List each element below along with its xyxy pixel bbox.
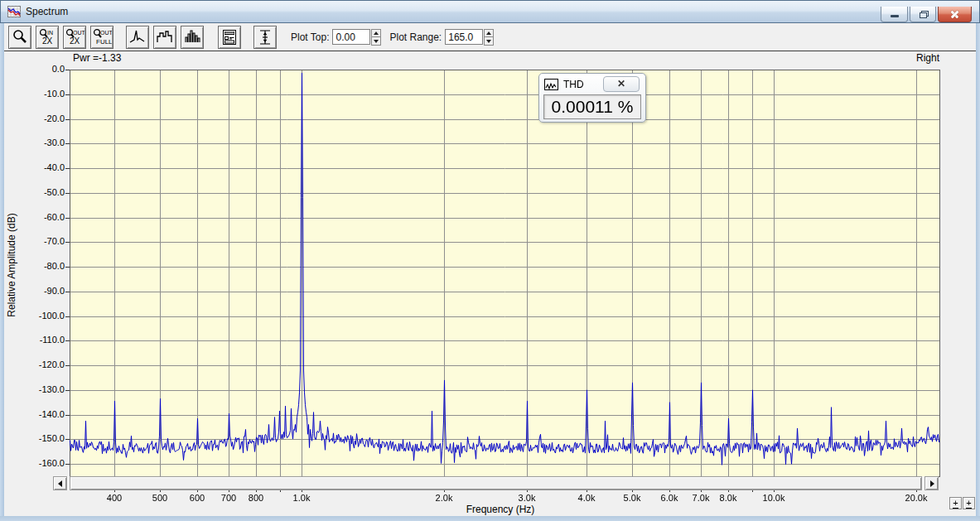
plot-range-spinner[interactable] [484,29,494,46]
spin-down-icon [486,40,491,43]
minimize-button[interactable] [881,7,908,22]
fit-x-axis-button[interactable]: + [949,497,962,509]
x-tick-label: 20.0k [897,493,935,504]
x-tick-label: 400 [95,493,133,504]
close-button[interactable] [938,7,972,22]
zoom-out-2x-icon: OUT 2X [65,27,84,47]
y-tick-label: -30.0 [28,137,65,148]
h-scroll-left-button[interactable] [53,476,67,490]
y-tick-mark [65,464,70,465]
y-tick-label: -20.0 [28,113,65,124]
svg-text:FULL: FULL [96,38,112,46]
y-tick-label: -100.0 [28,311,65,321]
x-tick-label: 800 [237,493,275,504]
spectrum-canvas[interactable] [70,70,940,477]
thd-close-button[interactable]: ✕ [603,76,640,92]
y-tick-label: -60.0 [28,212,65,223]
y-tick-mark [65,365,70,366]
fit-vertical-range-button[interactable] [253,26,277,49]
restore-icon [920,11,927,17]
close-icon [949,9,960,20]
fit-y-axis-button[interactable]: + [963,497,975,509]
thd-title: THD [563,79,584,90]
titlebar[interactable]: Spectrum [0,0,980,23]
window-frame-right [976,23,980,521]
y-tick-label: -50.0 [28,187,65,198]
thd-waveform-icon [544,79,558,90]
spectrum-line-icon [128,28,147,46]
svg-text:OUT: OUT [73,30,84,36]
h-scrollbar-thumb[interactable] [70,476,922,490]
y-tick-label: -90.0 [28,286,65,297]
view-octave-steps-button[interactable] [153,26,176,49]
window-title: Spectrum [26,6,68,17]
plot-top-spinner[interactable] [371,29,381,46]
y-tick-mark [65,316,70,317]
plot-top-label: Plot Top: [291,31,329,43]
settings-dialog-icon [220,28,239,46]
y-tick-label: -140.0 [28,409,65,420]
x-tick-label: 500 [141,493,179,504]
zoom-in-2x-icon: IN 2X [37,27,57,47]
window-frame-bottom [0,516,980,521]
octave-steps-icon [156,28,174,46]
magnifier-icon [11,28,29,46]
x-tick-label: 2.0k [425,493,463,504]
spin-down-icon [374,40,379,43]
y-tick-mark [65,292,70,292]
y-tick-mark [65,242,70,243]
y-tick-mark [65,143,70,144]
y-tick-label: -40.0 [28,162,65,173]
svg-text:IN: IN [47,30,53,36]
y-tick-mark [65,415,70,416]
x-axis-title: Frequency (Hz) [70,504,931,515]
y-tick-mark [65,193,70,194]
arrow-right-icon [930,480,934,487]
zoom-out-full-icon: OUT FULL [92,27,112,47]
y-tick-label: -80.0 [28,261,65,272]
settings-button[interactable] [218,26,241,49]
spectrum-window: Spectrum IN 2X OUT 2X [0,0,980,521]
y-tick-mark [65,94,70,95]
bar-graph-icon [183,28,201,46]
zoom-in-2x-button[interactable]: IN 2X [36,26,59,49]
x-tick-label: 8.0k [709,493,747,504]
y-tick-label: -70.0 [28,236,65,247]
view-spectrum-line-button[interactable] [126,26,149,49]
zoom-out-2x-button[interactable]: OUT 2X [63,26,86,49]
y-tick-label: -150.0 [28,433,65,444]
y-tick-label: -110.0 [28,335,65,345]
x-tick-label: 1.0k [282,493,321,504]
y-tick-mark [65,267,70,268]
thd-panel[interactable]: THD ✕ 0.00011 % [538,73,646,123]
plot-range-input[interactable] [445,29,483,45]
y-tick-mark [65,70,70,70]
thd-close-icon: ✕ [617,78,625,89]
y-tick-label: 0.0 [28,64,65,75]
channel-label: Right [916,52,939,64]
y-axis-title: Relative Amplitude (dB) [6,174,17,356]
svg-text:2X: 2X [42,36,53,46]
h-scroll-right-button[interactable] [924,476,939,490]
y-tick-label: -160.0 [28,458,65,469]
zoom-out-full-button[interactable]: OUT FULL [90,26,113,49]
thd-value: 0.00011 % [543,94,641,119]
restore-button[interactable] [910,7,936,22]
toolbar: IN 2X OUT 2X OUT FULL [1,23,979,51]
zoom-tool-button[interactable] [8,26,31,49]
y-tick-mark [65,218,70,219]
x-tick-label: 10.0k [755,493,793,504]
plot-top-input[interactable] [332,29,370,45]
app-icon [7,5,21,18]
svg-text:2X: 2X [70,36,80,46]
y-tick-mark [65,390,70,391]
x-tick-label: 5.0k [613,493,651,504]
view-bar-graph-button[interactable] [181,26,204,49]
y-tick-mark [65,168,70,169]
window-frame-left [0,23,4,521]
y-tick-label: -130.0 [28,384,65,395]
x-tick-label: 4.0k [567,493,606,504]
power-readout: Pwr =-1.33 [73,52,121,64]
minimize-icon [891,15,899,17]
spin-up-icon [374,31,379,35]
